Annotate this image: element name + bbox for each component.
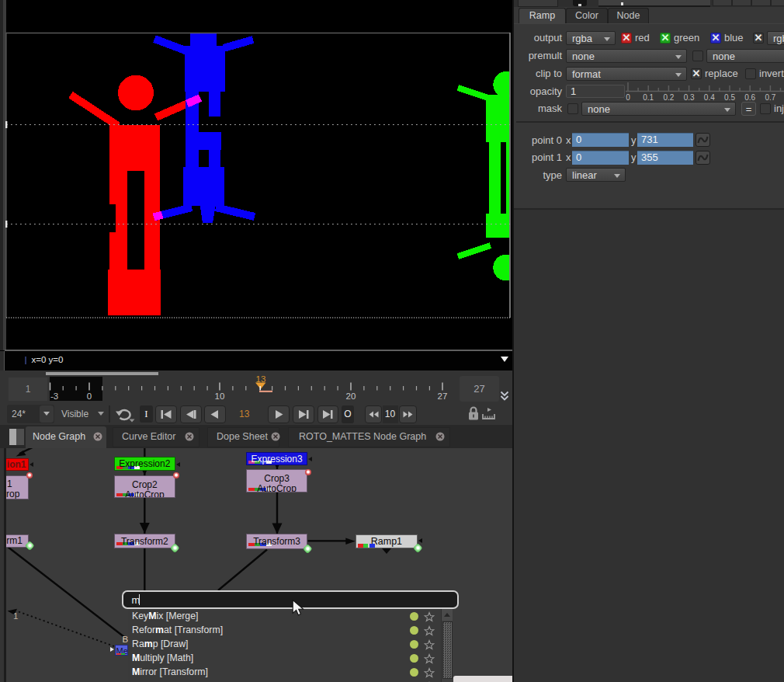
svg-text:0.6: 0.6 (744, 93, 755, 102)
svg-text:0.3: 0.3 (684, 93, 695, 102)
svg-text:-3: -3 (50, 391, 58, 401)
svg-text:0: 0 (626, 93, 630, 102)
svg-text:0.1: 0.1 (643, 93, 654, 102)
svg-text:0.2: 0.2 (663, 93, 674, 102)
svg-text:27: 27 (438, 391, 448, 401)
svg-text:0: 0 (87, 391, 92, 401)
svg-text:0.4: 0.4 (704, 93, 715, 102)
svg-text:0.7: 0.7 (765, 93, 775, 102)
svg-text:0.5: 0.5 (724, 93, 735, 102)
svg-text:13: 13 (256, 374, 266, 384)
svg-text:10: 10 (215, 391, 225, 401)
svg-text:20: 20 (346, 391, 356, 401)
